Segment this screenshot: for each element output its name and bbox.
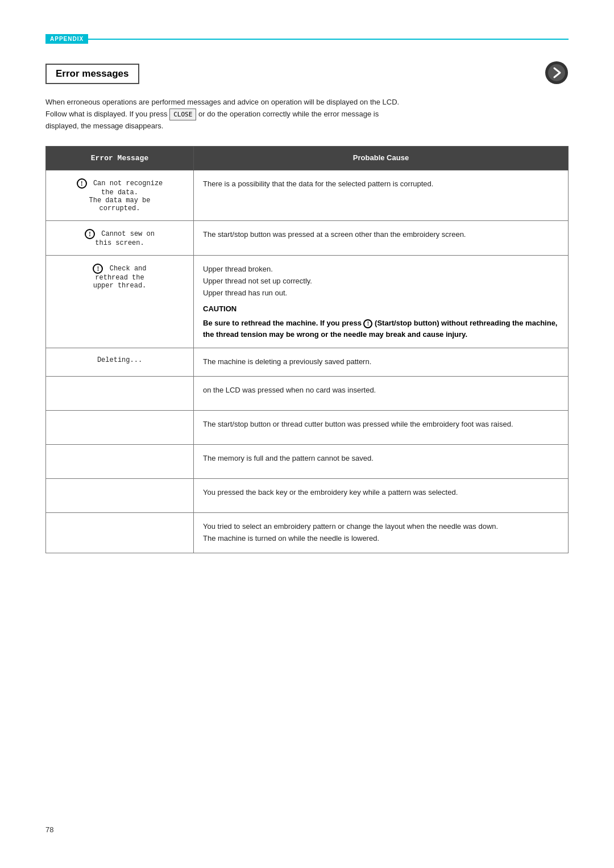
error-message-cell: [46, 376, 194, 410]
cause-cell: on the LCD was pressed when no card was …: [194, 376, 569, 410]
cause-cell: The start/stop button was pressed at a s…: [194, 220, 569, 255]
appendix-bar: APPENDIX: [45, 34, 569, 44]
appendix-line: [88, 39, 569, 40]
cause-cell: You tried to select an embroidery patter…: [194, 512, 569, 553]
caution-label: CAUTION: [203, 303, 559, 315]
column-header-cause: Probable Cause: [194, 147, 569, 170]
error-text: Deleting...: [97, 356, 142, 364]
section-title-box: Error messages: [45, 64, 139, 84]
warning-icon: !: [93, 264, 103, 274]
cause-text: The machine is deleting a previously sav…: [203, 357, 371, 366]
warning-icon: !: [77, 178, 87, 189]
cause-cell: Upper thread broken.Upper thread not set…: [194, 255, 569, 348]
cause-text: The start/stop button was pressed at a s…: [203, 230, 466, 239]
cause-text: The start/stop button or thread cutter b…: [203, 420, 513, 428]
page-title: Error messages: [56, 68, 129, 79]
table-row: ! Check andrethread theupper thread. Upp…: [46, 255, 569, 348]
error-messages-table: Error Message Probable Cause ! Can not r…: [45, 146, 569, 553]
cause-cell: There is a possibility that the data for…: [194, 170, 569, 220]
error-text: Can not recognizethe data.The data may b…: [89, 180, 163, 212]
error-message-cell: [46, 512, 194, 553]
error-message-cell: [46, 444, 194, 478]
section-header: Error messages: [45, 61, 569, 86]
cause-cell: The start/stop button or thread cutter b…: [194, 410, 569, 444]
table-row: You pressed the back key or the embroide…: [46, 478, 569, 512]
intro-text: When erroneous operations are performed …: [45, 97, 569, 132]
svg-point-1: [548, 64, 565, 81]
error-message-cell: Deleting...: [46, 348, 194, 377]
error-message-cell: [46, 410, 194, 444]
cause-cell: The machine is deleting a previously sav…: [194, 348, 569, 377]
cause-cell: You pressed the back key or the embroide…: [194, 478, 569, 512]
error-message-cell: [46, 478, 194, 512]
error-message-cell: ! Can not recognizethe data.The data may…: [46, 170, 194, 220]
table-row: The memory is full and the pattern canno…: [46, 444, 569, 478]
table-row: The start/stop button or thread cutter b…: [46, 410, 569, 444]
intro-line1: When erroneous operations are performed …: [45, 98, 399, 106]
table-row: You tried to select an embroidery patter…: [46, 512, 569, 553]
table-row: on the LCD was pressed when no card was …: [46, 376, 569, 410]
page-number: 78: [45, 825, 53, 834]
table-row: ! Cannot sew onthis screen. The start/st…: [46, 220, 569, 255]
appendix-label: APPENDIX: [45, 34, 88, 44]
chevron-right-icon: [545, 61, 569, 86]
cause-text: You pressed the back key or the embroide…: [203, 488, 458, 496]
caution-text: Be sure to rethread the machine. If you …: [203, 318, 559, 340]
error-message-cell: ! Cannot sew onthis screen.: [46, 220, 194, 255]
error-text: Cannot sew onthis screen.: [95, 230, 155, 247]
intro-line2: Follow what is displayed. If you press: [45, 110, 168, 118]
close-button-label: CLOSE: [169, 108, 196, 121]
cause-text: on the LCD was pressed when no card was …: [203, 386, 376, 394]
cause-text: The memory is full and the pattern canno…: [203, 454, 374, 462]
cause-cell: The memory is full and the pattern canno…: [194, 444, 569, 478]
warning-icon: !: [85, 229, 95, 239]
page-container: APPENDIX Error messages When erroneous o…: [0, 0, 614, 868]
cause-text: You tried to select an embroidery patter…: [203, 522, 498, 542]
intro-line3: or do the operation correctly while the …: [198, 110, 379, 118]
cause-text: There is a possibility that the data for…: [203, 180, 433, 188]
table-row: ! Can not recognizethe data.The data may…: [46, 170, 569, 220]
table-row: Deleting... The machine is deleting a pr…: [46, 348, 569, 377]
start-stop-icon: !: [363, 319, 372, 328]
cause-text: Upper thread broken.Upper thread not set…: [203, 265, 312, 297]
error-message-cell: ! Check andrethread theupper thread.: [46, 255, 194, 348]
intro-line4: displayed, the message disappears.: [45, 122, 163, 130]
column-header-error: Error Message: [46, 147, 194, 170]
